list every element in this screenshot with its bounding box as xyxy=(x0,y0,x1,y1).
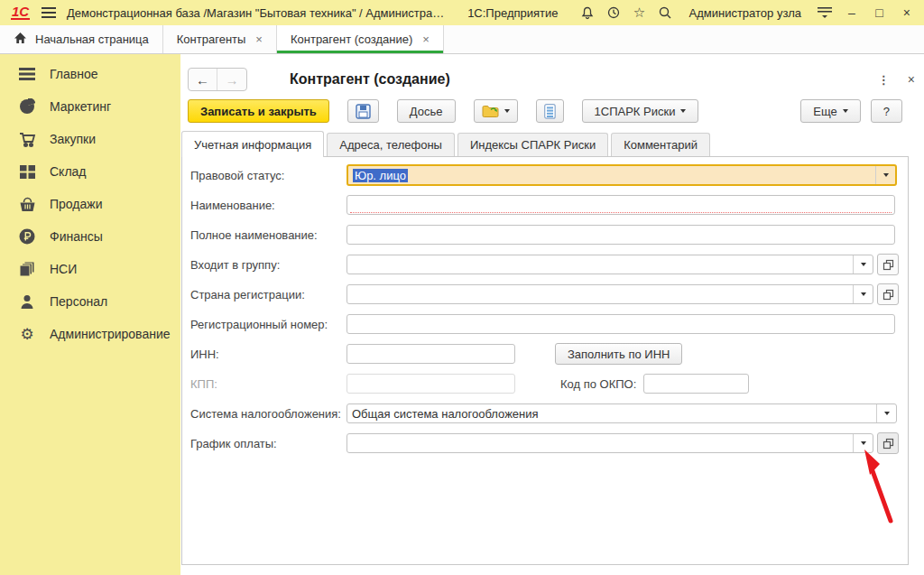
combo-arrow[interactable] xyxy=(876,404,896,422)
chevron-down-icon xyxy=(680,109,686,113)
sidebar-item-administrirovanie[interactable]: ⚙ Администрирование xyxy=(0,318,180,350)
structure-list-button[interactable] xyxy=(536,99,564,123)
fill-by-inn-button[interactable]: Заполнить по ИНН xyxy=(555,343,682,365)
title-bar: 1С Демонстрационная база /Магазин "Бытов… xyxy=(0,0,924,25)
sidebar-item-personal[interactable]: Персонал xyxy=(0,285,180,318)
combo-arrow[interactable] xyxy=(853,255,873,274)
okpo-input[interactable] xyxy=(643,374,749,394)
save-button[interactable] xyxy=(347,99,379,123)
menu-lines-icon xyxy=(18,65,36,83)
country-ref-input[interactable] xyxy=(346,284,873,304)
more-actions-icon[interactable]: ⋮ xyxy=(878,73,890,87)
field-row-strana-registracii: Страна регистрации: xyxy=(190,283,908,305)
sidebar-item-nsi[interactable]: НСИ xyxy=(0,253,180,285)
floppy-icon xyxy=(356,104,371,119)
open-group-button[interactable] xyxy=(877,254,899,275)
combo-arrow[interactable] xyxy=(853,285,873,303)
tab-adresa-telefony[interactable]: Адреса, телефоны xyxy=(327,133,455,156)
payment-schedule-ref-input[interactable] xyxy=(346,433,873,453)
tab-indeksy-spark[interactable]: Индексы СПАРК Риски xyxy=(457,133,608,156)
tab-home[interactable]: Начальная страница xyxy=(0,25,163,53)
sidebar-item-finansy[interactable]: Финансы xyxy=(0,220,180,253)
open-in-list-icon xyxy=(882,289,894,301)
registration-number-input[interactable] xyxy=(346,314,895,334)
inn-input[interactable] xyxy=(346,344,515,364)
sidebar-item-glavnoe[interactable]: Главное xyxy=(0,58,180,90)
favorites-icon[interactable]: ☆ xyxy=(632,4,647,22)
maximize-button[interactable]: □ xyxy=(871,5,887,20)
field-row-registracionnyj-nomer: Регистрационный номер: xyxy=(190,313,908,335)
1c-logo-icon: 1С xyxy=(11,5,30,20)
help-button[interactable]: ? xyxy=(871,99,902,123)
form-tab-strip: Учетная информация Адреса, телефоны Инде… xyxy=(181,131,924,156)
dossier-button[interactable]: Досье xyxy=(397,99,456,123)
name-input[interactable] xyxy=(346,195,895,215)
group-ref-input[interactable] xyxy=(346,255,873,274)
field-row-kpp: КПП: Код по ОКПО: xyxy=(190,373,908,394)
search-icon[interactable] xyxy=(658,4,673,22)
basket-icon xyxy=(18,195,36,213)
tab-page-uchetnaya-informaciya: Правовой статус: Юр. лицо Наименование: … xyxy=(181,156,909,565)
forward-button: → xyxy=(217,69,246,90)
more-button[interactable]: Еще xyxy=(800,99,860,123)
current-user[interactable]: Администратор узла xyxy=(689,6,802,20)
stacked-pages-icon xyxy=(18,260,36,278)
tax-system-combo[interactable]: Общая система налогообложения xyxy=(346,403,897,423)
sidebar-item-prodazhi[interactable]: Продажи xyxy=(0,188,180,220)
close-form-icon[interactable]: × xyxy=(908,72,915,87)
attach-dropdown-button[interactable] xyxy=(474,99,518,123)
full-name-input[interactable] xyxy=(346,225,895,245)
chevron-down-icon xyxy=(504,109,510,113)
grid-icon xyxy=(18,162,36,181)
sidebar-item-marketing[interactable]: Маркетинг xyxy=(0,90,180,123)
tab-home-label: Начальная страница xyxy=(35,32,149,46)
selected-text: Юр. лицо xyxy=(353,169,408,182)
save-and-close-button[interactable]: Записать и закрыть xyxy=(188,99,329,123)
window-tab-bar: Начальная страница Контрагенты × Контраг… xyxy=(0,25,924,54)
chevron-down-icon xyxy=(843,109,848,113)
sidebar-item-zakupki[interactable]: Закупки xyxy=(0,123,180,155)
legal-status-combo[interactable]: Юр. лицо xyxy=(346,164,897,186)
field-row-vhodit-v-gruppu: Входит в группу: xyxy=(190,254,908,275)
field-row-grafik-oplaty: График оплаты: xyxy=(190,432,908,454)
close-window-button[interactable]: × xyxy=(899,5,915,20)
back-button[interactable]: ← xyxy=(189,69,217,90)
ruble-icon xyxy=(18,227,36,246)
combo-arrow[interactable] xyxy=(875,166,895,184)
main-menu-icon[interactable] xyxy=(41,4,56,22)
field-row-inn: ИНН: Заполнить по ИНН xyxy=(190,343,908,365)
combo-arrow[interactable] xyxy=(853,434,873,452)
home-icon xyxy=(14,32,27,47)
close-tab-icon[interactable]: × xyxy=(422,32,430,46)
person-icon xyxy=(18,292,36,311)
service-menu-icon[interactable] xyxy=(818,4,833,22)
tab-uchetnaya-informaciya[interactable]: Учетная информация xyxy=(181,131,324,157)
sections-panel: Главное Маркетинг Закупки Склад Продажи xyxy=(0,54,180,575)
tab-kontragenty-label: Контрагенты xyxy=(177,32,246,46)
window-title: Демонстрационная база /Магазин "Бытовая … xyxy=(67,6,444,20)
history-icon[interactable] xyxy=(605,4,621,22)
required-marker xyxy=(350,212,892,213)
gear-icon: ⚙ xyxy=(18,325,36,343)
spark-risks-button[interactable]: 1СПАРК Риски xyxy=(582,99,699,123)
nav-history-group: ← → xyxy=(188,68,247,91)
notifications-icon[interactable] xyxy=(580,4,596,22)
sidebar-item-sklad[interactable]: Склад xyxy=(0,155,180,188)
list-icon xyxy=(544,104,556,119)
field-row-pravovoj-status: Правовой статус: Юр. лицо xyxy=(190,164,908,186)
field-row-naimenovanie: Наименование: xyxy=(190,194,908,216)
close-tab-icon[interactable]: × xyxy=(255,32,263,46)
open-in-list-icon xyxy=(882,438,894,450)
tab-kontragent-create[interactable]: Контрагент (создание) × xyxy=(277,25,444,53)
form-area: ← → Контрагент (создание) ⋮ × Записать и… xyxy=(180,54,924,575)
pie-chart-icon xyxy=(18,97,36,116)
minimize-button[interactable]: – xyxy=(844,5,860,20)
cart-icon xyxy=(18,130,36,148)
folder-icon xyxy=(482,104,499,118)
open-payment-schedule-button[interactable] xyxy=(877,432,899,454)
open-country-button[interactable] xyxy=(877,283,899,305)
tab-kommentarij[interactable]: Комментарий xyxy=(611,133,710,156)
form-toolbar: Записать и закрыть Досье 1СПАРК Риски Ещ… xyxy=(188,99,924,123)
tab-kontragenty[interactable]: Контрагенты × xyxy=(163,25,277,53)
page-title: Контрагент (создание) xyxy=(290,71,450,88)
